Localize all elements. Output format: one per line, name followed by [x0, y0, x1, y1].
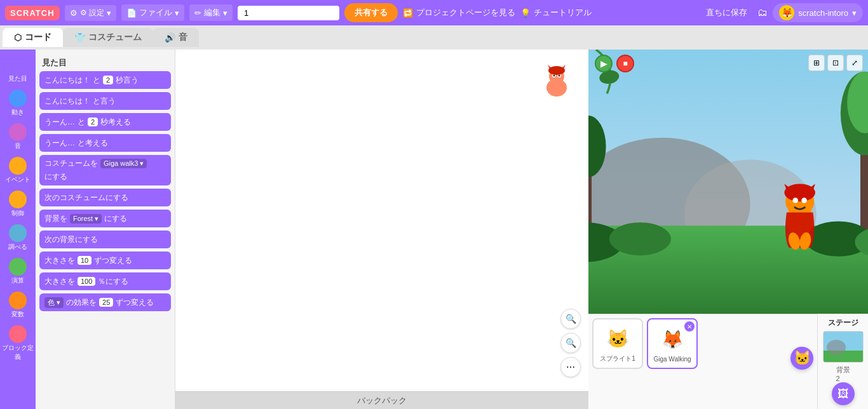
tab-costume[interactable]: 👕 コスチューム — [63, 28, 153, 47]
block-say-for-text1: こんにちは！ — [44, 75, 90, 86]
cat-myblocks[interactable]: ブロック定義 — [0, 323, 36, 364]
categories-panel: 見た目 動き 音 イベント 制御 調べる 演算 変数 — [0, 50, 36, 409]
add-backdrop-button[interactable]: 🖼 — [832, 382, 855, 405]
block-think-for-input[interactable]: 2 — [88, 117, 98, 126]
stage-controls: ▶ ■ — [595, 55, 634, 72]
cat-variable[interactable]: 変数 — [0, 289, 36, 321]
block-effect-text2: ずつ変える — [116, 297, 154, 308]
scratch-logo[interactable]: SCRATCH — [5, 6, 60, 20]
project-page-icon: 🔁 — [403, 8, 413, 18]
block-next-backdrop[interactable]: 次の背景にする — [39, 231, 171, 248]
cat-sound[interactable]: 音 — [0, 121, 36, 153]
project-name-input[interactable] — [238, 6, 339, 20]
block-size-set[interactable]: 大きさを 100 ％にする — [39, 272, 171, 290]
cat-sense-label: 調べる — [8, 243, 27, 251]
cat-looks[interactable]: 見た目 — [0, 53, 36, 86]
fullscreen-button[interactable]: ⤢ — [846, 55, 863, 71]
block-think[interactable]: うーん… と考える — [39, 134, 171, 152]
zoom-in-button[interactable]: 🔍 — [560, 309, 581, 329]
add-sprite-icon: 🐱 — [794, 350, 811, 366]
cat-sense[interactable]: 調べる — [0, 222, 36, 254]
settings-menu[interactable]: ⚙ ⚙ 設定 ▾ — [65, 5, 116, 21]
cat-motion[interactable]: 動き — [0, 87, 36, 119]
block-next-costume[interactable]: 次のコスチュームにする — [39, 189, 171, 206]
edit-icon: ✏ — [194, 8, 201, 18]
blocks-section-title: 見た目 — [42, 57, 171, 69]
cat-sound-label: 音 — [15, 142, 21, 151]
large-stage-icon: ⊡ — [832, 58, 839, 67]
tab-code[interactable]: ⬡ コード — [3, 28, 63, 47]
edit-chevron: ▾ — [223, 8, 227, 18]
block-size-change[interactable]: 大きさを 10 ずつ変える — [39, 251, 171, 269]
more-icon: ⋯ — [566, 362, 575, 372]
share-button[interactable]: 共有する — [344, 3, 398, 22]
tutorial-icon: 💡 — [520, 8, 531, 18]
backpack-bar[interactable]: バックパック — [175, 391, 588, 409]
sprite1-image: 🐱 — [603, 324, 632, 353]
large-stage-button[interactable]: ⊡ — [827, 55, 844, 71]
sprite-thumb-giga[interactable]: ✕ 🦊 Giga Walking — [647, 318, 698, 369]
block-size-change-text1: 大きさを — [44, 255, 75, 266]
svg-point-34 — [801, 198, 807, 203]
stage-bg-num: 2 — [836, 375, 840, 382]
block-backdrop-switch[interactable]: 背景を Forest ▾ にする — [39, 210, 171, 227]
cat-control[interactable]: 制御 — [0, 188, 36, 220]
edit-menu[interactable]: ✏ 編集 ▾ — [189, 4, 233, 21]
block-say-for-text3: 秒言う — [116, 75, 139, 86]
cat-event[interactable]: イベント — [0, 154, 36, 187]
save-button[interactable]: 直ちに保存 — [706, 7, 747, 18]
project-page-button[interactable]: 🔁 プロジェクトページを見る — [403, 7, 515, 18]
bottom-area: 🐱 スプライト1 ✕ 🦊 Giga Walking 🐱 — [588, 314, 868, 409]
sprite-thumb-sprite1[interactable]: 🐱 スプライト1 — [592, 318, 643, 369]
block-costume-text1: コスチュームを — [44, 158, 98, 169]
add-sprite-area: 🐱 — [790, 318, 813, 373]
more-button[interactable]: ⋯ — [560, 357, 581, 377]
stage-panel-title: ステージ — [828, 318, 858, 328]
stage-canvas: ▶ ■ ⊞ ⊡ ⤢ — [588, 50, 868, 314]
costume-tab-icon: 👕 — [74, 32, 85, 43]
block-costume-switch[interactable]: コスチュームを Giga walk3 ▾ にする — [39, 155, 171, 185]
cat-motion-dot — [9, 90, 27, 107]
add-sprite-button[interactable]: 🐱 — [790, 347, 813, 370]
block-backdrop-dropdown[interactable]: Forest ▾ — [70, 214, 102, 224]
block-size-change-input[interactable]: 10 — [78, 256, 92, 265]
code-tab-icon: ⬡ — [14, 32, 22, 43]
costume-tab-label: コスチューム — [88, 32, 142, 43]
block-effect-change[interactable]: 色 ▾ の効果を 25 ずつ変える — [39, 293, 171, 311]
block-costume-text2: にする — [44, 171, 67, 182]
block-costume-dropdown[interactable]: Giga walk3 ▾ — [100, 159, 147, 168]
stage-bg-label: 背景 2 — [836, 365, 850, 382]
stop-button[interactable]: ■ — [616, 55, 634, 72]
block-say-text2: と言う — [93, 96, 116, 107]
block-say[interactable]: こんにちは！ と言う — [39, 92, 171, 110]
block-think-for[interactable]: うーん… と 2 秒考える — [39, 113, 171, 131]
file-menu[interactable]: 📄 ファイル ▾ — [121, 4, 184, 21]
block-effect-input[interactable]: 25 — [99, 298, 113, 307]
cat-myblocks-dot — [9, 325, 27, 343]
sprite-delete-button[interactable]: ✕ — [684, 321, 695, 332]
cat-operator-dot — [9, 258, 27, 276]
block-size-set-text2: ％にする — [98, 276, 128, 287]
cat-operator[interactable]: 演算 — [0, 255, 36, 288]
zoom-out-button[interactable]: 🔍 — [560, 333, 581, 353]
settings-label: ⚙ 設定 — [80, 8, 104, 18]
green-flag-button[interactable]: ▶ — [595, 55, 613, 72]
tutorial-button[interactable]: 💡 チュートリアル — [520, 7, 592, 18]
stage-thumbnail[interactable] — [823, 331, 864, 363]
block-effect-dropdown[interactable]: 色 ▾ — [44, 297, 64, 308]
folder-icon[interactable]: 🗂 — [757, 7, 768, 18]
main-content: 見た目 動き 音 イベント 制御 調べる 演算 変数 — [0, 50, 868, 409]
add-backdrop-icon: 🖼 — [837, 387, 849, 401]
tab-sound[interactable]: 🔊 音 — [153, 28, 199, 47]
user-avatar[interactable]: 🦊 scratch-intoro ▾ — [773, 3, 863, 22]
block-say-for-text2: と — [93, 75, 100, 86]
cat-control-dot — [9, 191, 27, 208]
block-size-set-input[interactable]: 100 — [78, 277, 95, 286]
avatar-image: 🦊 — [779, 5, 794, 20]
zoom-in-icon: 🔍 — [566, 314, 576, 324]
block-say-for-input[interactable]: 2 — [103, 76, 113, 84]
block-say-for[interactable]: こんにちは！ と 2 秒言う — [39, 71, 171, 89]
cat-control-label: 制御 — [11, 209, 24, 218]
small-stage-button[interactable]: ⊞ — [808, 55, 825, 71]
block-think-for-text3: 秒考える — [100, 117, 131, 128]
